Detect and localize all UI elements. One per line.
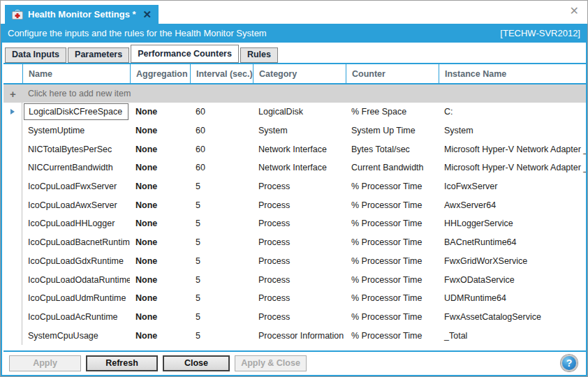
name-cell[interactable]: IcoCpuLoadAwxServer — [22, 195, 130, 214]
close-button[interactable]: Close — [163, 355, 230, 371]
counter-cell[interactable]: Bytes Total/sec — [346, 140, 439, 158]
row-indicator-cell[interactable] — [3, 214, 22, 233]
tab-data-inputs[interactable]: Data Inputs — [5, 47, 66, 63]
aggregation-cell[interactable]: None — [130, 103, 190, 121]
category-cell[interactable]: Process — [253, 252, 346, 271]
interval-cell[interactable]: 60 — [190, 158, 253, 177]
aggregation-cell[interactable]: None — [130, 252, 190, 271]
aggregation-cell[interactable]: None — [130, 289, 190, 308]
category-cell[interactable]: Process — [253, 270, 346, 289]
row-indicator-cell[interactable] — [3, 158, 22, 177]
counter-cell[interactable]: % Processor Time — [346, 195, 439, 214]
row-indicator-cell[interactable] — [3, 326, 22, 345]
category-cell[interactable]: Process — [253, 308, 346, 327]
tab-performance-counters[interactable]: Performance Counters — [131, 45, 239, 63]
instance-name-cell[interactable]: _Total — [439, 326, 586, 345]
instance-name-cell[interactable]: Microsoft Hyper-V Network Adapter _ — [439, 158, 586, 177]
table-row[interactable]: IcoCpuLoadBacnetRuntimeNone5Process% Pro… — [3, 233, 586, 252]
row-indicator-cell[interactable] — [3, 308, 22, 327]
table-row[interactable]: IcoCpuLoadUdmRuntimeNone5Process% Proces… — [3, 289, 586, 308]
row-indicator-cell[interactable] — [3, 195, 22, 214]
row-indicator-cell[interactable] — [3, 252, 22, 271]
interval-cell[interactable]: 5 — [190, 214, 253, 233]
column-header-category[interactable]: Category — [253, 64, 346, 83]
table-row[interactable]: IcoCpuLoadFwxServerNone5Process% Process… — [3, 177, 586, 196]
table-row[interactable]: NICTotalBytesPerSecNone60Network Interfa… — [3, 140, 586, 158]
aggregation-cell[interactable]: None — [130, 270, 190, 289]
table-row[interactable]: IcoCpuLoadAwxServerNone5Process% Process… — [3, 195, 586, 214]
row-indicator-cell[interactable] — [3, 140, 22, 158]
category-cell[interactable]: LogicalDisk — [253, 103, 346, 121]
aggregation-cell[interactable]: None — [130, 326, 190, 345]
counter-cell[interactable]: % Processor Time — [346, 308, 439, 327]
help-button[interactable]: ? — [561, 355, 578, 371]
name-cell-editor[interactable]: LogicalDiskCFreeSpace — [24, 103, 128, 120]
column-header-instance-name[interactable]: Instance Name — [439, 64, 586, 83]
window-close-icon[interactable]: ✕ — [570, 6, 579, 17]
interval-cell[interactable]: 5 — [190, 289, 253, 308]
category-cell[interactable]: Process — [253, 289, 346, 308]
name-cell[interactable]: IcoCpuLoadGdxRuntime — [22, 252, 130, 271]
counter-cell[interactable]: % Processor Time — [346, 289, 439, 308]
category-cell[interactable]: Process — [253, 177, 346, 196]
category-cell[interactable]: Network Interface — [253, 158, 346, 177]
interval-cell[interactable]: 60 — [190, 103, 253, 121]
counter-cell[interactable]: % Processor Time — [346, 326, 439, 345]
table-row[interactable]: LogicalDiskCFreeSpaceNone60LogicalDisk% … — [3, 103, 586, 121]
table-row[interactable]: IcoCpuLoadHHLoggerNone5Process% Processo… — [3, 214, 586, 233]
counter-cell[interactable]: % Processor Time — [346, 270, 439, 289]
name-cell[interactable]: LogicalDiskCFreeSpace — [22, 103, 130, 121]
instance-name-cell[interactable]: FwxGridWorXService — [439, 252, 586, 271]
column-header-aggregation[interactable]: Aggregation — [130, 64, 190, 83]
row-indicator-cell[interactable] — [3, 270, 22, 289]
instance-name-cell[interactable]: FwxAssetCatalogService — [439, 308, 586, 327]
interval-cell[interactable]: 5 — [190, 233, 253, 252]
interval-cell[interactable]: 5 — [190, 270, 253, 289]
name-cell[interactable]: IcoCpuLoadHHLogger — [22, 214, 130, 233]
counter-cell[interactable]: System Up Time — [346, 121, 439, 140]
aggregation-cell[interactable]: None — [130, 214, 190, 233]
name-cell[interactable]: IcoCpuLoadUdmRuntime — [22, 289, 130, 308]
instance-name-cell[interactable]: Microsoft Hyper-V Network Adapter _ — [439, 140, 586, 158]
instance-name-cell[interactable]: FwxODataService — [439, 270, 586, 289]
aggregation-cell[interactable]: None — [130, 140, 190, 158]
interval-cell[interactable]: 5 — [190, 252, 253, 271]
name-cell[interactable]: IcoCpuLoadFwxServer — [22, 177, 130, 196]
interval-cell[interactable]: 60 — [190, 140, 253, 158]
aggregation-cell[interactable]: None — [130, 158, 190, 177]
table-row[interactable]: IcoCpuLoadGdxRuntimeNone5Process% Proces… — [3, 252, 586, 271]
add-new-item-row[interactable]: + Click here to add new item — [3, 84, 586, 103]
table-row[interactable]: IcoCpuLoadAcRuntimeNone5Process% Process… — [3, 308, 586, 327]
row-indicator-cell[interactable] — [3, 233, 22, 252]
name-cell[interactable]: SystemCpuUsage — [22, 326, 130, 345]
aggregation-cell[interactable]: None — [130, 308, 190, 327]
table-row[interactable]: SystemUptimeNone60SystemSystem Up TimeSy… — [3, 121, 586, 140]
category-cell[interactable]: Process — [253, 214, 346, 233]
name-cell[interactable]: NICCurrentBandwidth — [22, 158, 130, 177]
category-cell[interactable]: Process — [253, 195, 346, 214]
instance-name-cell[interactable]: IcoFwxServer — [439, 177, 586, 196]
name-cell[interactable]: SystemUptime — [22, 121, 130, 140]
name-cell[interactable]: IcoCpuLoadBacnetRuntime — [22, 233, 130, 252]
interval-cell[interactable]: 5 — [190, 308, 253, 327]
counter-cell[interactable]: % Processor Time — [346, 177, 439, 196]
counter-cell[interactable]: % Free Space — [346, 103, 439, 121]
document-tab-close-icon[interactable]: ✕ — [143, 8, 152, 21]
counter-cell[interactable]: % Processor Time — [346, 252, 439, 271]
category-cell[interactable]: Processor Information — [253, 326, 346, 345]
column-header-counter[interactable]: Counter — [346, 64, 439, 83]
row-indicator-cell[interactable] — [3, 103, 22, 121]
row-indicator-cell[interactable] — [3, 177, 22, 196]
apply-button[interactable]: Apply — [9, 355, 81, 371]
instance-name-cell[interactable]: BACnetRuntime64 — [439, 233, 586, 252]
counter-cell[interactable]: % Processor Time — [346, 233, 439, 252]
counter-cell[interactable]: % Processor Time — [346, 214, 439, 233]
instance-name-cell[interactable]: UDMRuntime64 — [439, 289, 586, 308]
category-cell[interactable]: Process — [253, 233, 346, 252]
aggregation-cell[interactable]: None — [130, 121, 190, 140]
tab-parameters[interactable]: Parameters — [68, 47, 129, 63]
tab-rules[interactable]: Rules — [240, 47, 278, 63]
column-header-interval-sec[interactable]: Interval (sec.) — [190, 64, 253, 83]
interval-cell[interactable]: 5 — [190, 326, 253, 345]
interval-cell[interactable]: 5 — [190, 177, 253, 196]
